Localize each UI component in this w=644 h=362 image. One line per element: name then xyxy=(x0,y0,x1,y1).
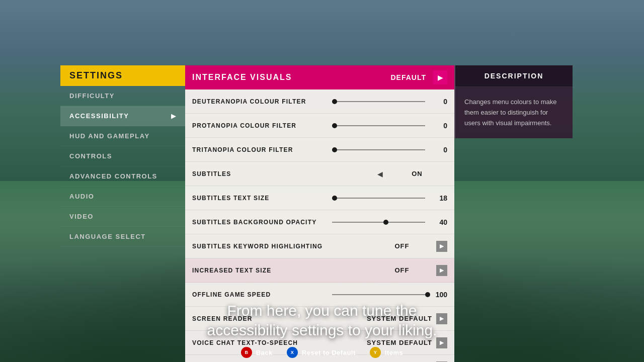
setting-control-subtitles-keyword: OFF ▶ xyxy=(328,241,447,252)
toggle-subtitles-keyword: OFF ▶ xyxy=(372,241,447,252)
sidebar-item-audio[interactable]: AUDIO xyxy=(60,187,185,207)
control-back: B Back xyxy=(241,347,273,358)
toggle-left-arrow-icon[interactable]: ◀ xyxy=(377,170,383,178)
setting-control-deuteranopia: 0 xyxy=(328,98,447,106)
setting-row-subtitles: SUBTITLES ◀ ON xyxy=(185,162,454,186)
setting-control-subtitles-bg-opacity: 40 xyxy=(328,218,447,226)
toggle-right-arrow-icon-increased-text[interactable]: ▶ xyxy=(436,265,447,276)
reset-button-symbol: X xyxy=(291,350,294,355)
panel-title: INTERFACE VISUALS xyxy=(192,73,292,82)
reset-button-icon[interactable]: X xyxy=(287,347,298,358)
slider-thumb-subtitles-text-size[interactable] xyxy=(332,196,337,201)
slider-value-tritanopia: 0 xyxy=(433,146,447,154)
panel-header-right: DEFAULT ▶ xyxy=(390,70,447,84)
sidebar-item-controls[interactable]: CONTROLS xyxy=(60,146,185,166)
slider-thumb-subtitles-bg-opacity[interactable] xyxy=(383,220,388,225)
back-label: Back xyxy=(256,349,273,356)
setting-control-tritanopia: 0 xyxy=(328,146,447,154)
setting-row-protanopia: PROTANOPIA COLOUR FILTER 0 xyxy=(185,114,454,138)
toggle-value-subtitles-keyword: OFF xyxy=(372,242,432,250)
slider-track-deuteranopia[interactable] xyxy=(332,101,425,102)
panel-default-label: DEFAULT xyxy=(390,73,426,81)
setting-label-subtitles-keyword: SUBTITLES KEYWORD HIGHLIGHTING xyxy=(192,243,328,250)
sidebar-item-language-select[interactable]: LANGUAGE SELECT xyxy=(60,227,185,247)
description-title: DESCRIPTION xyxy=(485,72,544,80)
description-header: DESCRIPTION xyxy=(455,65,573,87)
setting-control-subtitles: ◀ ON xyxy=(328,170,447,178)
toggle-value-subtitles: ON xyxy=(387,170,447,177)
setting-row-subtitles-bg-opacity: SUBTITLES BACKGROUND OPACITY 40 xyxy=(185,210,454,234)
slider-value-subtitles-bg-opacity: 40 xyxy=(433,218,447,226)
sidebar-item-label: CONTROLS xyxy=(69,152,112,160)
setting-label-protanopia: PROTANOPIA COLOUR FILTER xyxy=(192,122,328,129)
sidebar-item-accessibility[interactable]: ACCESSIBILITY ▶ xyxy=(60,106,185,126)
sidebar-item-label: DIFFICULTY xyxy=(69,92,115,100)
slider-track-offline-game-speed[interactable] xyxy=(332,294,425,295)
setting-row-tritanopia: TRITANOPIA COLOUR FILTER 0 xyxy=(185,138,454,162)
slider-track-subtitles-bg-opacity[interactable] xyxy=(332,222,425,223)
sidebar-item-label: AUDIO xyxy=(69,193,94,200)
setting-row-subtitles-keyword: SUBTITLES KEYWORD HIGHLIGHTING OFF ▶ xyxy=(185,234,454,258)
slider-value-subtitles-text-size: 18 xyxy=(433,194,447,202)
setting-label-deuteranopia: DEUTERANOPIA COLOUR FILTER xyxy=(192,98,328,105)
sidebar-item-video[interactable]: VIDEO xyxy=(60,207,185,227)
slider-thumb-tritanopia[interactable] xyxy=(332,147,337,152)
setting-control-offline-game-speed: 100 xyxy=(328,291,447,299)
setting-control-increased-text-size: OFF ▶ xyxy=(328,265,447,276)
setting-row-deuteranopia: DEUTERANOPIA COLOUR FILTER 0 xyxy=(185,89,454,114)
description-body: Changes menu colours to make them easier… xyxy=(455,87,573,138)
sidebar-item-difficulty[interactable]: DIFFICULTY xyxy=(60,86,185,106)
reset-label: Reset to Default xyxy=(302,349,356,356)
sidebar-item-advanced-controls[interactable]: ADVANCED CONTROLS xyxy=(60,166,185,187)
slider-value-offline-game-speed: 100 xyxy=(433,291,447,299)
items-label: Items xyxy=(385,349,403,356)
control-reset: X Reset to Default xyxy=(287,347,356,358)
setting-label-subtitles-text-size: SUBTITLES TEXT SIZE xyxy=(192,195,328,202)
slider-track-protanopia[interactable] xyxy=(332,125,425,126)
setting-label-increased-text-size: INCREASED TEXT SIZE xyxy=(192,267,328,274)
sidebar-item-label: ACCESSIBILITY xyxy=(69,112,129,120)
slider-thumb-offline-game-speed[interactable] xyxy=(425,292,430,297)
setting-label-offline-game-speed: OFFLINE GAME SPEED xyxy=(192,291,328,298)
toggle-right-arrow-icon-subtitles-keyword[interactable]: ▶ xyxy=(436,241,447,252)
setting-row-subtitles-text-size: SUBTITLES TEXT SIZE 18 xyxy=(185,186,454,210)
toggle-value-increased-text-size: OFF xyxy=(372,266,432,274)
controls-bar: B Back X Reset to Default Y Items xyxy=(241,347,404,358)
slider-value-protanopia: 0 xyxy=(433,122,447,130)
subtitle-text: From here, you can tune the accessibilit… xyxy=(207,301,437,340)
description-panel: DESCRIPTION Changes menu colours to make… xyxy=(454,65,573,138)
setting-label-tritanopia: TRITANOPIA COLOUR FILTER xyxy=(192,146,328,153)
items-button-icon[interactable]: Y xyxy=(370,347,381,358)
sidebar-item-label: LANGUAGE SELECT xyxy=(69,233,146,240)
chevron-right-icon: ▶ xyxy=(171,113,177,120)
panel-next-button[interactable]: ▶ xyxy=(433,70,447,84)
back-button-icon[interactable]: B xyxy=(241,347,252,358)
toggle-increased-text-size: OFF ▶ xyxy=(372,265,447,276)
subtitle-line1: From here, you can tune the xyxy=(227,302,417,319)
sidebar-item-label: ADVANCED CONTROLS xyxy=(69,172,157,180)
control-items: Y Items xyxy=(370,347,403,358)
slider-thumb-deuteranopia[interactable] xyxy=(332,99,337,104)
bottom-bar: From here, you can tune the accessibilit… xyxy=(0,312,644,362)
setting-row-increased-text-size: INCREASED TEXT SIZE OFF ▶ xyxy=(185,258,454,283)
slider-track-tritanopia[interactable] xyxy=(332,149,425,150)
setting-label-subtitles-bg-opacity: SUBTITLES BACKGROUND OPACITY xyxy=(192,219,328,226)
items-button-symbol: Y xyxy=(374,350,377,355)
sidebar-title: SETTINGS xyxy=(60,65,185,86)
setting-control-protanopia: 0 xyxy=(328,122,447,130)
setting-label-subtitles: SUBTITLES xyxy=(192,170,328,177)
slider-track-subtitles-text-size[interactable] xyxy=(332,198,425,199)
toggle-subtitles: ◀ ON xyxy=(377,170,447,178)
slider-thumb-protanopia[interactable] xyxy=(332,123,337,128)
back-button-symbol: B xyxy=(245,350,248,355)
subtitle-line2: accessibility settings to your liking. xyxy=(207,322,437,338)
sidebar-item-hud-gameplay[interactable]: HUD AND GAMEPLAY xyxy=(60,126,185,146)
slider-value-deuteranopia: 0 xyxy=(433,98,447,106)
sidebar-item-label: VIDEO xyxy=(69,213,94,220)
sidebar-item-label: HUD AND GAMEPLAY xyxy=(69,132,150,140)
setting-control-subtitles-text-size: 18 xyxy=(328,194,447,202)
panel-header: INTERFACE VISUALS DEFAULT ▶ xyxy=(185,65,454,89)
sidebar: SETTINGS DIFFICULTY ACCESSIBILITY ▶ HUD … xyxy=(60,65,185,247)
